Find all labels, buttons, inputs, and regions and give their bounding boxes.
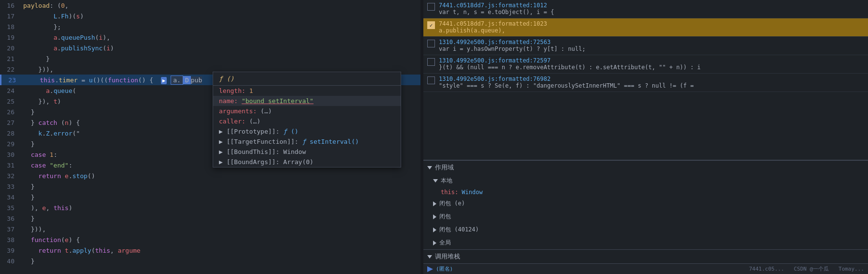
watermark-text: 7441.c05... CSDN @一个瓜 Tomay... <box>749 265 864 273</box>
bp-file-3: 1310.4992e500.js:formatted:72563 <box>439 39 864 46</box>
code-line-35: 35 ), e, this) <box>0 202 420 213</box>
callstack-anon-label: (匿名) <box>436 265 453 273</box>
scope-arrow-icon <box>427 166 432 169</box>
closure-arrow-icon <box>433 214 436 219</box>
closure-40124-arrow-icon <box>433 228 436 232</box>
code-line-39: 39 return t.apply(this, argume <box>0 245 420 256</box>
tooltip-name-row: name: "bound setInterval" <box>213 96 401 106</box>
tooltip-caller-row: caller: (…) <box>213 116 401 126</box>
local-scope-arrow-icon <box>433 179 438 183</box>
callstack-title: 调用堆栈 <box>435 252 460 261</box>
scope-section: 作用域 本地 this: Window 闭包 (e) 闭包 闭包 (40124)… <box>423 160 868 249</box>
bp-code-3: var i = y.hasOwnProperty(t) ? y[t] : nul… <box>439 46 864 52</box>
code-line-32: 32 return e.stop() <box>0 170 420 181</box>
tooltip-boundargs-row[interactable]: ▶ [[BoundArgs]]: Array(0) <box>213 157 401 167</box>
closure-40124-header[interactable]: 闭包 (40124) <box>423 223 868 236</box>
breakpoint-item-5[interactable]: 1310.4992e500.js:formatted:76982 "style"… <box>423 74 868 92</box>
bp-checkbox-5[interactable] <box>427 76 435 84</box>
breakpoint-item-2[interactable]: 7441.c0518dd7.js:formatted:1023 a.publis… <box>423 18 868 37</box>
svg-marker-0 <box>427 266 433 272</box>
bottom-arrow-icon <box>427 266 433 272</box>
bp-file-1: 7441.c0518dd7.js:formatted:1012 <box>439 2 864 9</box>
scope-title: 作用域 <box>435 163 454 172</box>
tooltip-targetfn-row[interactable]: ▶ [[TargetFunction]]: ƒ setInterval() <box>213 137 401 147</box>
breakpoint-list: 7441.c0518dd7.js:formatted:1012 var t, n… <box>423 0 868 160</box>
tooltip-prototype-row[interactable]: ▶ [[Prototype]]: ƒ () <box>213 126 401 137</box>
bp-checkbox-2[interactable] <box>427 21 435 29</box>
code-line-17: 17 L.Fh)(s) <box>0 11 420 21</box>
global-scope-arrow-icon <box>433 241 436 245</box>
bp-code-5: "style" === s ? Se(e, f) : "dangerouslyS… <box>439 82 864 89</box>
bottom-nav: (匿名) <box>427 265 453 273</box>
code-line-38: 38 function(e) { <box>0 234 420 245</box>
code-line-20: 20 a.publishSync(i) <box>0 43 420 53</box>
callstack-arrow-icon <box>427 255 432 259</box>
code-editor: 16 payload: (0, 17 L.Fh)(s) 18 }; 19 a.q… <box>0 0 420 274</box>
bp-code-1: var t, n, s = e.toObject(), i = { <box>439 9 864 15</box>
bp-checkbox-1[interactable] <box>427 3 435 11</box>
bp-file-4: 1310.4992e500.js:formatted:72597 <box>439 57 864 64</box>
code-line-16: 16 payload: (0, <box>0 0 420 11</box>
callstack-header[interactable]: 调用堆栈 <box>423 250 868 263</box>
bp-checkbox-3[interactable] <box>427 40 435 47</box>
bp-code-2: a.publish(a.queue), <box>439 27 864 34</box>
code-line-40: 40 } <box>0 256 420 266</box>
tooltip-length-row: length: 1 <box>213 86 401 96</box>
breakpoint-item-4[interactable]: 1310.4992e500.js:formatted:72597 }(t) &&… <box>423 55 868 74</box>
code-line-19: 19 a.queuePush(i), <box>0 32 420 43</box>
code-line-18: 18 }; <box>0 21 420 32</box>
local-scope-header[interactable]: 本地 <box>423 174 868 187</box>
global-scope-header[interactable]: 全局 <box>423 236 868 249</box>
right-panel: 7441.c0518dd7.js:formatted:1012 var t, n… <box>423 0 868 274</box>
bp-code-4: }(t) && (null === n ? e.removeAttribute(… <box>439 64 864 71</box>
closure-e-arrow-icon <box>433 201 436 206</box>
closure-40124-label: 闭包 (40124) <box>439 226 479 234</box>
bp-checkbox-4[interactable] <box>427 58 435 66</box>
code-line-34: 34 } <box>0 192 420 202</box>
closure-e-label: 闭包 (e) <box>439 199 465 208</box>
code-line-33: 33 } <box>0 181 420 192</box>
code-line-37: 37 })), <box>0 224 420 234</box>
scope-this-item: this: Window <box>423 187 868 197</box>
tooltip-header: ƒ () <box>213 72 401 86</box>
closure-e-header[interactable]: 闭包 (e) <box>423 197 868 210</box>
tooltip-arguments-row: arguments: (…) <box>213 106 401 116</box>
scope-header[interactable]: 作用域 <box>423 161 868 174</box>
callstack-section: 调用堆栈 <box>423 249 868 263</box>
global-scope-label: 全局 <box>439 239 451 247</box>
tooltip-popup: ƒ () length: 1 name: "bound setInterval"… <box>213 72 401 167</box>
bottom-bar: (匿名) 7441.c05... CSDN @一个瓜 Tomay... <box>423 263 868 274</box>
closure-label: 闭包 <box>439 213 451 221</box>
local-scope-label: 本地 <box>441 177 452 185</box>
breakpoint-item-3[interactable]: 1310.4992e500.js:formatted:72563 var i =… <box>423 37 868 55</box>
bp-file-5: 1310.4992e500.js:formatted:76982 <box>439 76 864 82</box>
code-line-36: 36 } <box>0 213 420 224</box>
bp-file-2: 7441.c0518dd7.js:formatted:1023 <box>439 20 864 27</box>
tooltip-boundthis-row[interactable]: ▶ [[BoundThis]]: Window <box>213 147 401 157</box>
breakpoint-item-1[interactable]: 7441.c0518dd7.js:formatted:1012 var t, n… <box>423 0 868 18</box>
closure-header[interactable]: 闭包 <box>423 210 868 223</box>
code-line-21: 21 } <box>0 53 420 64</box>
